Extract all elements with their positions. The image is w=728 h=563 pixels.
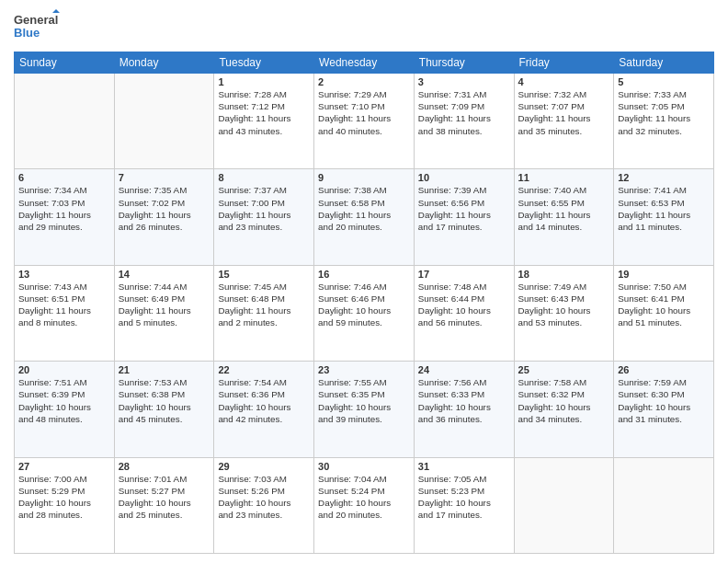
day-number: 31 <box>418 461 510 472</box>
day-number: 29 <box>218 461 310 472</box>
day-number: 19 <box>618 269 710 280</box>
day-number: 16 <box>318 269 410 280</box>
calendar-cell <box>15 74 115 169</box>
day-number: 21 <box>119 364 210 375</box>
day-header-saturday: Saturday <box>614 52 714 74</box>
week-row-5: 27Sunrise: 7:00 AM Sunset: 5:29 PM Dayli… <box>15 457 714 553</box>
day-info: Sunrise: 7:03 AM Sunset: 5:26 PM Dayligh… <box>218 473 310 522</box>
calendar-cell: 10Sunrise: 7:39 AM Sunset: 6:56 PM Dayli… <box>414 169 514 265</box>
day-info: Sunrise: 7:32 AM Sunset: 7:07 PM Dayligh… <box>518 88 610 137</box>
day-header-monday: Monday <box>114 52 214 74</box>
week-row-3: 13Sunrise: 7:43 AM Sunset: 6:51 PM Dayli… <box>15 265 714 361</box>
day-number: 8 <box>218 172 310 183</box>
calendar-cell: 6Sunrise: 7:34 AM Sunset: 7:03 PM Daylig… <box>15 169 115 265</box>
day-info: Sunrise: 7:45 AM Sunset: 6:48 PM Dayligh… <box>218 281 310 329</box>
calendar-cell: 24Sunrise: 7:56 AM Sunset: 6:33 PM Dayli… <box>414 362 514 457</box>
day-number: 5 <box>618 76 710 87</box>
day-info: Sunrise: 7:56 AM Sunset: 6:33 PM Dayligh… <box>418 376 510 425</box>
day-number: 23 <box>318 364 410 375</box>
day-info: Sunrise: 7:35 AM Sunset: 7:02 PM Dayligh… <box>119 184 210 233</box>
day-number: 1 <box>218 76 310 87</box>
day-number: 11 <box>518 172 610 183</box>
calendar-cell: 13Sunrise: 7:43 AM Sunset: 6:51 PM Dayli… <box>15 265 115 361</box>
calendar-cell: 4Sunrise: 7:32 AM Sunset: 7:07 PM Daylig… <box>514 74 614 169</box>
calendar-cell <box>114 74 214 169</box>
day-info: Sunrise: 7:50 AM Sunset: 6:41 PM Dayligh… <box>618 281 710 329</box>
day-number: 28 <box>119 461 210 472</box>
calendar-cell: 25Sunrise: 7:58 AM Sunset: 6:32 PM Dayli… <box>514 362 614 457</box>
day-info: Sunrise: 7:05 AM Sunset: 5:23 PM Dayligh… <box>418 473 510 522</box>
calendar-cell: 5Sunrise: 7:33 AM Sunset: 7:05 PM Daylig… <box>614 74 714 169</box>
day-info: Sunrise: 7:46 AM Sunset: 6:46 PM Dayligh… <box>318 281 410 329</box>
header: General Blue <box>14 9 714 44</box>
day-number: 3 <box>418 76 510 87</box>
day-info: Sunrise: 7:33 AM Sunset: 7:05 PM Dayligh… <box>618 88 710 137</box>
calendar-cell: 3Sunrise: 7:31 AM Sunset: 7:09 PM Daylig… <box>414 74 514 169</box>
day-number: 13 <box>18 269 110 280</box>
calendar-page: General Blue SundayMondayTuesdayWednesda… <box>0 0 728 563</box>
calendar-cell: 17Sunrise: 7:48 AM Sunset: 6:44 PM Dayli… <box>414 265 514 361</box>
calendar-cell: 29Sunrise: 7:03 AM Sunset: 5:26 PM Dayli… <box>214 457 314 553</box>
day-number: 27 <box>18 461 110 472</box>
calendar-cell: 15Sunrise: 7:45 AM Sunset: 6:48 PM Dayli… <box>214 265 314 361</box>
logo-svg: General Blue <box>14 9 60 44</box>
day-number: 9 <box>318 172 410 183</box>
calendar-cell: 1Sunrise: 7:28 AM Sunset: 7:12 PM Daylig… <box>214 74 314 169</box>
calendar-cell: 11Sunrise: 7:40 AM Sunset: 6:55 PM Dayli… <box>514 169 614 265</box>
calendar-cell: 2Sunrise: 7:29 AM Sunset: 7:10 PM Daylig… <box>314 74 415 169</box>
calendar-cell: 8Sunrise: 7:37 AM Sunset: 7:00 PM Daylig… <box>214 169 314 265</box>
day-number: 14 <box>119 269 210 280</box>
week-row-4: 20Sunrise: 7:51 AM Sunset: 6:39 PM Dayli… <box>15 362 714 457</box>
day-header-tuesday: Tuesday <box>214 52 314 74</box>
day-number: 26 <box>618 364 710 375</box>
day-number: 20 <box>18 364 110 375</box>
day-number: 30 <box>318 461 410 472</box>
day-number: 15 <box>218 269 310 280</box>
day-info: Sunrise: 7:38 AM Sunset: 6:58 PM Dayligh… <box>318 184 410 233</box>
calendar-cell: 12Sunrise: 7:41 AM Sunset: 6:53 PM Dayli… <box>614 169 714 265</box>
day-number: 24 <box>418 364 510 375</box>
week-row-1: 1Sunrise: 7:28 AM Sunset: 7:12 PM Daylig… <box>15 74 714 169</box>
calendar-cell: 22Sunrise: 7:54 AM Sunset: 6:36 PM Dayli… <box>214 362 314 457</box>
day-info: Sunrise: 7:39 AM Sunset: 6:56 PM Dayligh… <box>418 184 510 233</box>
calendar-table: SundayMondayTuesdayWednesdayThursdayFrid… <box>14 52 714 554</box>
day-header-wednesday: Wednesday <box>314 52 415 74</box>
calendar-cell: 31Sunrise: 7:05 AM Sunset: 5:23 PM Dayli… <box>414 457 514 553</box>
calendar-cell <box>614 457 714 553</box>
svg-text:General: General <box>14 13 58 27</box>
day-info: Sunrise: 7:59 AM Sunset: 6:30 PM Dayligh… <box>618 376 710 425</box>
day-header-thursday: Thursday <box>414 52 514 74</box>
day-info: Sunrise: 7:40 AM Sunset: 6:55 PM Dayligh… <box>518 184 610 233</box>
day-info: Sunrise: 7:44 AM Sunset: 6:49 PM Dayligh… <box>119 281 210 329</box>
day-info: Sunrise: 7:55 AM Sunset: 6:35 PM Dayligh… <box>318 376 410 425</box>
calendar-cell: 21Sunrise: 7:53 AM Sunset: 6:38 PM Dayli… <box>114 362 214 457</box>
calendar-cell: 16Sunrise: 7:46 AM Sunset: 6:46 PM Dayli… <box>314 265 415 361</box>
day-info: Sunrise: 7:37 AM Sunset: 7:00 PM Dayligh… <box>218 184 310 233</box>
day-info: Sunrise: 7:29 AM Sunset: 7:10 PM Dayligh… <box>318 88 410 137</box>
day-number: 2 <box>318 76 410 87</box>
calendar-cell: 9Sunrise: 7:38 AM Sunset: 6:58 PM Daylig… <box>314 169 415 265</box>
day-info: Sunrise: 7:53 AM Sunset: 6:38 PM Dayligh… <box>119 376 210 425</box>
calendar-cell: 26Sunrise: 7:59 AM Sunset: 6:30 PM Dayli… <box>614 362 714 457</box>
calendar-cell: 23Sunrise: 7:55 AM Sunset: 6:35 PM Dayli… <box>314 362 415 457</box>
calendar-cell: 28Sunrise: 7:01 AM Sunset: 5:27 PM Dayli… <box>114 457 214 553</box>
week-row-2: 6Sunrise: 7:34 AM Sunset: 7:03 PM Daylig… <box>15 169 714 265</box>
logo: General Blue <box>14 9 60 44</box>
day-info: Sunrise: 7:28 AM Sunset: 7:12 PM Dayligh… <box>218 88 310 137</box>
calendar-header-row: SundayMondayTuesdayWednesdayThursdayFrid… <box>15 52 714 74</box>
day-number: 10 <box>418 172 510 183</box>
day-info: Sunrise: 7:34 AM Sunset: 7:03 PM Dayligh… <box>18 184 110 233</box>
day-number: 25 <box>518 364 610 375</box>
day-info: Sunrise: 7:43 AM Sunset: 6:51 PM Dayligh… <box>18 281 110 329</box>
day-number: 18 <box>518 269 610 280</box>
day-number: 12 <box>618 172 710 183</box>
calendar-cell: 27Sunrise: 7:00 AM Sunset: 5:29 PM Dayli… <box>15 457 115 553</box>
day-info: Sunrise: 7:00 AM Sunset: 5:29 PM Dayligh… <box>18 473 110 522</box>
calendar-cell: 30Sunrise: 7:04 AM Sunset: 5:24 PM Dayli… <box>314 457 415 553</box>
day-info: Sunrise: 7:04 AM Sunset: 5:24 PM Dayligh… <box>318 473 410 522</box>
svg-marker-2 <box>52 9 60 13</box>
calendar-cell: 14Sunrise: 7:44 AM Sunset: 6:49 PM Dayli… <box>114 265 214 361</box>
day-info: Sunrise: 7:51 AM Sunset: 6:39 PM Dayligh… <box>18 376 110 425</box>
day-info: Sunrise: 7:01 AM Sunset: 5:27 PM Dayligh… <box>119 473 210 522</box>
day-header-friday: Friday <box>514 52 614 74</box>
